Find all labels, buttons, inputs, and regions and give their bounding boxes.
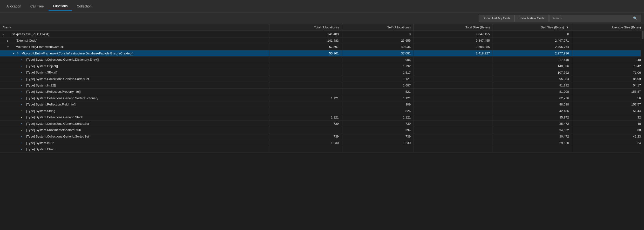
- cell-total-size: [414, 127, 493, 133]
- tab-functions[interactable]: Functions: [48, 2, 72, 10]
- table-row[interactable]: ▪[Type] System.Collections.Generic.Dicti…: [0, 57, 644, 63]
- search-icon-button[interactable]: 🔍: [632, 16, 639, 20]
- col-header-total-alloc[interactable]: Total (Allocations): [270, 24, 342, 31]
- col-header-total-size[interactable]: Total Size (Bytes): [414, 24, 493, 31]
- table-row[interactable]: ▪[Type] System.Collections.Generic.Sorte…: [0, 95, 644, 101]
- cell-total-alloc: [270, 69, 342, 76]
- cell-name[interactable]: ▼⚠Microsoft.EntityFrameworkCore.Infrastr…: [0, 50, 270, 57]
- tree-toggle-empty: [17, 58, 21, 61]
- table-row[interactable]: ▪[Type] System.SByte[]1,517107,79271.06: [0, 69, 644, 76]
- tab-allocation[interactable]: Allocation: [2, 2, 26, 10]
- table-row[interactable]: ▪[Type] System.String82642,48651.44: [0, 108, 644, 114]
- search-input[interactable]: [550, 15, 632, 22]
- row-name-text: [Type] System.Char...: [26, 147, 56, 151]
- cell-name[interactable]: ▶[External Code]: [0, 37, 270, 44]
- cell-total-size: [414, 63, 493, 69]
- table-row[interactable]: ▼⚠Microsoft.EntityFrameworkCore.Infrastr…: [0, 50, 644, 57]
- type-icon: ▪: [21, 97, 26, 100]
- table-row[interactable]: ▼iisexpress.exe (PID: 11404)141,48309,84…: [0, 31, 644, 37]
- cell-self-alloc: 1,121: [342, 114, 414, 121]
- data-table: Name Total (Allocations) Self (Allocatio…: [0, 24, 644, 153]
- cell-self-alloc: 40,036: [342, 44, 414, 50]
- show-native-code-button[interactable]: Show Native Code: [514, 15, 548, 22]
- cell-self-size: 2,496,764: [493, 44, 572, 50]
- table-row[interactable]: ▪[Type] System.Reflection.FieldInfo[]309…: [0, 101, 644, 108]
- warning-icon: ⚠: [16, 52, 21, 55]
- tab-collection[interactable]: Collection: [72, 2, 96, 10]
- table-row[interactable]: ▪[Type] System.Collections.Generic.Sorte…: [0, 120, 644, 127]
- cell-name[interactable]: ▪[Type] System.Collections.Generic.Sorte…: [0, 76, 270, 82]
- tree-toggle-empty: [17, 135, 21, 138]
- scrollbar-track[interactable]: [640, 24, 644, 230]
- cell-name[interactable]: ▪[Type] System.Int32[]: [0, 82, 270, 89]
- search-container: 🔍: [550, 15, 641, 22]
- cell-avg-size: 240: [572, 57, 644, 63]
- table-row[interactable]: ▪[Type] System.RuntimeMethodInfoStub3943…: [0, 127, 644, 133]
- row-name-text: Microsoft.EntityFrameworkCore.dll: [16, 45, 64, 49]
- cell-name[interactable]: ▪[Type] System.SByte[]: [0, 69, 270, 76]
- cell-self-alloc: 26,655: [342, 37, 414, 44]
- col-header-avg-size[interactable]: Average Size (Bytes): [572, 24, 644, 31]
- table-row[interactable]: ▼Microsoft.EntityFrameworkCore.dll57,597…: [0, 44, 644, 50]
- tree-toggle-empty: [17, 110, 21, 112]
- cell-name[interactable]: ▪[Type] System.Reflection.PropertyInfo[]: [0, 89, 270, 95]
- cell-self-alloc: 37,081: [342, 50, 414, 57]
- cell-total-alloc: [270, 146, 342, 153]
- cell-name[interactable]: ▪[Type] System.Char...: [0, 146, 270, 153]
- row-name-text: [Type] System.Collections.Generic.Sorted…: [26, 135, 89, 138]
- cell-total-alloc: [270, 108, 342, 114]
- table-row[interactable]: ▪[Type] System.Reflection.PropertyInfo[]…: [0, 89, 644, 95]
- cell-name[interactable]: ▪[Type] System.String: [0, 108, 270, 114]
- cell-name[interactable]: ▪[Type] System.Object[]: [0, 63, 270, 69]
- table-row[interactable]: ▪[Type] System.Char...: [0, 146, 644, 153]
- table-row[interactable]: ▪[Type] System.Object[]1,792140,53678.42: [0, 63, 644, 69]
- col-header-self-alloc[interactable]: Self (Allocations): [342, 24, 414, 31]
- cell-name[interactable]: ▪[Type] System.Int32: [0, 140, 270, 146]
- show-just-my-code-button[interactable]: Show Just My Code: [478, 15, 515, 22]
- cell-avg-size: 155.87: [572, 89, 644, 95]
- table-row[interactable]: ▪[Type] System.Collections.Generic.Sorte…: [0, 133, 644, 140]
- cell-total-alloc: [270, 63, 342, 69]
- cell-name[interactable]: ▪[Type] System.Reflection.FieldInfo[]: [0, 101, 270, 108]
- cell-self-size: 34,672: [493, 127, 572, 133]
- cell-avg-size: 85.09: [572, 76, 644, 82]
- table-row[interactable]: ▶[External Code]141,48326,6559,847,4552,…: [0, 37, 644, 44]
- cell-total-alloc: [270, 127, 342, 133]
- table-row[interactable]: ▪[Type] System.Collections.Generic.Sorte…: [0, 76, 644, 82]
- table-row[interactable]: ▪[Type] System.Int321,2301,23029,52024: [0, 140, 644, 146]
- tree-toggle-empty: [17, 129, 21, 132]
- cell-total-alloc: [270, 57, 342, 63]
- cell-self-alloc: [342, 146, 414, 153]
- cell-total-size: [414, 120, 493, 127]
- type-icon: ▪: [21, 135, 26, 139]
- tab-call-tree[interactable]: Call Tree: [26, 2, 48, 10]
- cell-avg-size: [572, 37, 644, 44]
- type-icon: ▪: [21, 103, 26, 106]
- table-row[interactable]: ▪[Type] System.Int32[]1,68791,39254.17: [0, 82, 644, 89]
- cell-name[interactable]: ▪[Type] System.Collections.Generic.Sorte…: [0, 133, 270, 140]
- tree-toggle[interactable]: ▼: [2, 33, 5, 36]
- tree-toggle[interactable]: ▼: [12, 52, 16, 55]
- cell-name[interactable]: ▼iisexpress.exe (PID: 11404): [0, 31, 270, 37]
- cell-self-alloc: 1,230: [342, 140, 414, 146]
- col-header-self-size[interactable]: Self Size (Bytes) ▼: [493, 24, 572, 31]
- cell-avg-size: [572, 146, 644, 153]
- table-row[interactable]: ▪[Type] System.Collections.Generic.Stack…: [0, 114, 644, 121]
- cell-name[interactable]: ▪[Type] System.Collections.Generic.Sorte…: [0, 95, 270, 101]
- cell-name[interactable]: ▼Microsoft.EntityFrameworkCore.dll: [0, 44, 270, 50]
- tree-toggle[interactable]: ▼: [7, 46, 10, 48]
- col-header-name[interactable]: Name: [0, 24, 270, 31]
- tree-toggle[interactable]: ▶: [7, 39, 10, 42]
- type-icon: ▪: [21, 58, 26, 62]
- cell-total-alloc: [270, 82, 342, 89]
- row-name-text: iisexpress.exe (PID: 11404): [11, 32, 50, 36]
- cell-total-alloc: [270, 101, 342, 108]
- cell-name[interactable]: ▪[Type] System.RuntimeMethodInfoStub: [0, 127, 270, 133]
- cell-self-size: 35,472: [493, 120, 572, 127]
- cell-name[interactable]: ▪[Type] System.Collections.Generic.Dicti…: [0, 57, 270, 63]
- row-name-text: [Type] System.Reflection.PropertyInfo[]: [26, 90, 80, 93]
- cell-name[interactable]: ▪[Type] System.Collections.Generic.Sorte…: [0, 120, 270, 127]
- cell-name[interactable]: ▪[Type] System.Collections.Generic.Stack: [0, 114, 270, 121]
- cell-self-alloc: 309: [342, 101, 414, 108]
- cell-self-alloc: 739: [342, 120, 414, 127]
